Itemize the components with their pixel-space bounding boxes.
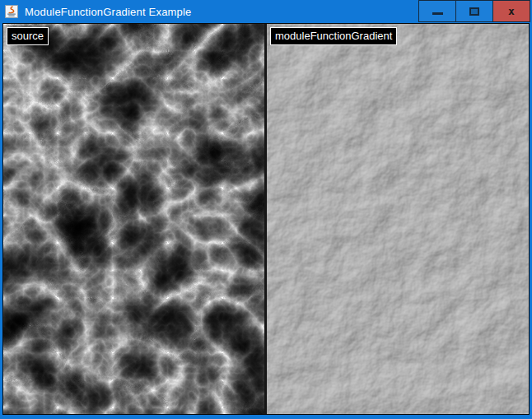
titlebar[interactable]: ModuleFunctionGradient Example x: [0, 0, 532, 23]
source-image-panel: source: [3, 24, 264, 414]
close-icon: x: [508, 6, 515, 16]
maximize-button[interactable]: [455, 0, 493, 22]
gradient-texture: [267, 24, 529, 414]
gradient-image-panel: moduleFunctionGradient: [267, 24, 529, 414]
app-window: ModuleFunctionGradient Example x: [0, 0, 532, 419]
gradient-texture-surface: [267, 24, 529, 414]
source-texture: [3, 24, 264, 414]
minimize-icon: [432, 12, 443, 15]
window-title: ModuleFunctionGradient Example: [25, 6, 192, 18]
java-app-icon: [5, 5, 18, 18]
gradient-label: moduleFunctionGradient: [270, 27, 397, 45]
source-label: source: [7, 27, 49, 45]
source-texture-surface: [3, 24, 264, 414]
window-controls: x: [418, 0, 530, 23]
maximize-icon: [469, 7, 479, 16]
minimize-button[interactable]: [418, 0, 456, 22]
content-area: source: [2, 23, 530, 415]
close-button[interactable]: x: [492, 0, 530, 22]
